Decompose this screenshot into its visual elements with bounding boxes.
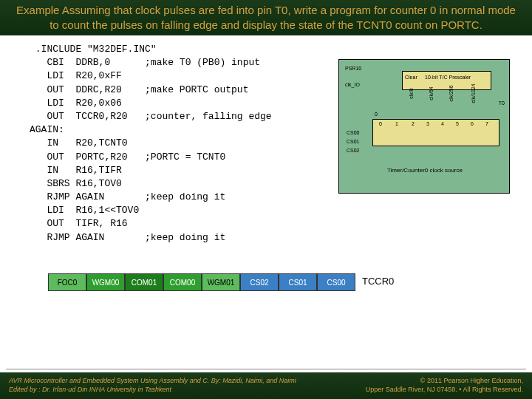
slide-title: Example Assuming that clock pulses are f… (0, 0, 532, 35)
mux-2: 2 (412, 121, 415, 126)
footer-address: Upper Saddle River, NJ 07458. • All Righ… (366, 386, 523, 395)
divider (6, 369, 526, 369)
label-clear: Clear (405, 75, 417, 80)
footer-copyright: © 2011 Pearson Higher Education, (366, 377, 523, 386)
label-psr10: PSR10 (345, 66, 361, 71)
bit-cs00: CS00 (317, 273, 355, 291)
prescaler-diagram: PSR10 clk_IO Clear 10-bit T/C Prescaler … (338, 59, 510, 194)
mux-7: 7 (485, 121, 488, 126)
prescaler-box: Clear 10-bit T/C Prescaler (402, 71, 491, 90)
label-prescaler: 10-bit T/C Prescaler (425, 75, 471, 80)
bit-wgm01: WGM01 (202, 273, 240, 291)
mux-1: 1 (395, 121, 398, 126)
bit-foc0: FOC0 (48, 273, 86, 291)
mux-0: 0 (379, 121, 382, 126)
label-cs01: CS01 (347, 139, 360, 144)
bit-com00: COM00 (163, 273, 202, 291)
footer-left: AVR Microcontroller and Embedded System … (9, 377, 296, 394)
tccr0-label: TCCR0 (362, 276, 394, 287)
tccr0-register: FOC0 WGM00 COM01 COM00 WGM01 CS02 CS01 C… (48, 273, 355, 291)
bit-cs01: CS01 (279, 273, 317, 291)
label-clk8: clk/8 (409, 88, 414, 98)
mux-3: 3 (426, 121, 429, 126)
label-clk64: clk/64 (429, 86, 434, 100)
label-bottom: Timer/Counter0 clock source (387, 167, 463, 174)
mux-4: 4 (441, 121, 444, 126)
footer-book: AVR Microcontroller and Embedded System … (9, 377, 296, 386)
bit-cs02: CS02 (240, 273, 279, 291)
label-t0: T0 (499, 100, 505, 106)
mux-box: 0 1 2 3 4 5 6 7 (372, 119, 499, 146)
label-clkio: clk_IO (345, 82, 360, 87)
footer-right: © 2011 Pearson Higher Education, Upper S… (366, 377, 523, 394)
mux-5: 5 (456, 121, 459, 126)
bit-wgm00: WGM00 (86, 273, 125, 291)
footer: AVR Microcontroller and Embedded System … (0, 372, 532, 399)
mux-6: 6 (471, 121, 474, 126)
label-clk256: clk/256 (449, 85, 454, 101)
label-0: 0 (375, 112, 378, 117)
label-cs00: CS00 (347, 130, 360, 135)
footer-editor: Edited by : Dr. Irfan-ud Din INHA Univer… (9, 386, 296, 395)
bit-com01: COM01 (125, 273, 163, 291)
label-cs02: CS02 (347, 148, 360, 153)
label-clk1024: clk/1024 (471, 83, 476, 103)
